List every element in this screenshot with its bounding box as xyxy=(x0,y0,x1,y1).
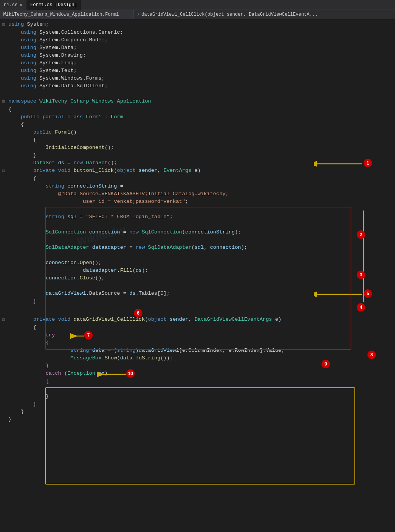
arrow-10 xyxy=(94,372,128,377)
code-text: { xyxy=(7,121,393,129)
nav-path-text: WikiTechy_Csharp_Windows_Application.For… xyxy=(3,12,119,17)
annotation-5: 5 xyxy=(364,289,372,298)
code-text: string sql = "SELECT * FROM login_table"… xyxy=(7,213,393,221)
code-line: SqlConnection connection = new SqlConnec… xyxy=(0,228,395,236)
code-line: } xyxy=(0,362,395,370)
code-line: } xyxy=(0,400,395,408)
annotation-8: 8 xyxy=(367,351,376,359)
code-line: ⊟ private void button1_Click(object send… xyxy=(0,167,395,175)
nav-bar: WikiTechy_Csharp_Windows_Application.For… xyxy=(0,10,395,19)
code-text: } xyxy=(7,297,393,305)
code-text: { xyxy=(7,377,393,385)
code-text: namespace WikiTechy_Csharp_Windows_Appli… xyxy=(7,98,393,105)
code-line xyxy=(0,90,395,98)
code-text: using System; xyxy=(7,21,393,28)
annotation-7: 7 xyxy=(84,331,93,339)
code-text: private void button1_Click(object sender… xyxy=(7,167,393,175)
code-line: } xyxy=(0,297,395,305)
tab-n1cs[interactable]: n1.cs ✕ xyxy=(0,0,26,10)
code-line: { xyxy=(0,121,395,129)
code-text: using System.Data.SqlClient; xyxy=(7,82,393,90)
gutter-collapse4: ⊟ xyxy=(0,316,7,324)
code-line: using System.Text; xyxy=(0,67,395,75)
code-text: using System.Linq; xyxy=(7,59,393,67)
code-text: } xyxy=(7,416,393,423)
code-line: connection.Close(); xyxy=(0,274,395,282)
code-text: { xyxy=(7,175,393,183)
code-text: { xyxy=(7,106,393,113)
tab-label-active: Form1.cs [Design] xyxy=(30,2,77,8)
code-line xyxy=(0,282,395,290)
gutter-space xyxy=(0,59,7,60)
code-line: connection.Open(); xyxy=(0,259,395,267)
code-text: } xyxy=(7,152,393,159)
gutter-space xyxy=(0,36,7,37)
code-line: @"Data Source=VENKAT\KAASHIV;Initial Cat… xyxy=(0,190,395,198)
code-line xyxy=(0,206,395,213)
code-line xyxy=(0,221,395,228)
title-bar: n1.cs ✕ Form1.cs [Design] xyxy=(0,0,395,10)
annotation-6: 6 xyxy=(134,309,142,317)
code-line: } xyxy=(0,393,395,400)
code-line: using System.Data; xyxy=(0,44,395,52)
code-line: using System.Windows.Forms; xyxy=(0,75,395,82)
code-line-msgbox: MessageBox.Show(data.ToString()); 9 xyxy=(0,354,395,362)
code-line: } xyxy=(0,152,395,159)
code-line: ⊟ namespace WikiTechy_Csharp_Windows_App… xyxy=(0,98,395,106)
code-line: string sql = "SELECT * FROM login_table"… xyxy=(0,213,395,221)
code-text: using System.Windows.Forms; xyxy=(7,75,393,82)
code-text: connection.Open(); xyxy=(7,259,393,267)
code-line: user id = venkat;password=venkat"; xyxy=(0,198,395,206)
arrow-5 xyxy=(314,291,364,297)
gutter-collapse2: ⊟ xyxy=(0,98,7,106)
code-line-data: string data = (string)dataGridView1[e.Co… xyxy=(0,347,395,354)
code-line: { xyxy=(0,136,395,144)
code-text: user id = venkat;password=venkat"; xyxy=(7,198,393,206)
nav-method-selector[interactable]: ⚡ dataGridView1_CellClick(object sender,… xyxy=(134,10,395,19)
code-text: private void dataGridView1_CellClick(obj… xyxy=(7,316,393,323)
gutter-collapse: ⊟ xyxy=(0,21,7,29)
code-text: dataadapter.Fill(ds); xyxy=(7,267,393,274)
code-line-catch: catch (Exception ex) 10 xyxy=(0,370,395,377)
nav-method-text: dataGridView1_CellClick(object sender, D… xyxy=(141,12,318,17)
code-line: { xyxy=(0,106,395,113)
code-line: dataadapter.Fill(ds); xyxy=(0,267,395,274)
code-text: try xyxy=(7,331,393,339)
tab-label: n1.cs xyxy=(4,2,18,8)
code-line-datasource: dataGridView1.DataSource = ds.Tables[0];… xyxy=(0,290,395,297)
code-text: catch (Exception ex) xyxy=(7,370,393,377)
code-text: using System.Drawing; xyxy=(7,52,393,59)
code-line: InitializeComponent(); xyxy=(0,144,395,152)
code-text: using System.ComponentModel; xyxy=(7,36,393,44)
code-text: string connectionString = xyxy=(7,183,393,190)
code-text: } xyxy=(7,362,393,370)
arrow-7 xyxy=(67,333,86,339)
code-line: } xyxy=(0,416,395,423)
gutter-space xyxy=(0,75,7,75)
gutter-space xyxy=(0,52,7,52)
gutter-collapse3: ⊟ xyxy=(0,167,7,175)
code-text: @"Data Source=VENKAT\KAASHIV;Initial Cat… xyxy=(7,190,393,198)
code-editor[interactable]: Wikitechy ⊟ using System; using System.C… xyxy=(0,19,395,532)
code-line: SqlDataAdapter dataadapter = new SqlData… xyxy=(0,244,395,251)
tab-close-icon[interactable]: ✕ xyxy=(20,3,22,7)
code-line: using System.Linq; xyxy=(0,59,395,67)
code-text: connection.Close(); xyxy=(7,274,393,282)
annotation-1: 1 xyxy=(364,159,372,167)
code-line: { xyxy=(0,175,395,183)
code-text: public partial class Form1 : Form xyxy=(7,113,393,121)
arrow-1 xyxy=(314,161,364,167)
gutter-space xyxy=(0,82,7,83)
code-text: using System.Collections.Generic; xyxy=(7,29,393,36)
code-text: public Form1() xyxy=(7,129,393,136)
code-text: MessageBox.Show(data.ToString()); xyxy=(7,354,393,362)
code-line-dataset: DataSet ds = new DataSet(); 1 xyxy=(0,159,395,167)
code-line xyxy=(0,385,395,393)
annotation-9: 9 xyxy=(322,360,330,368)
code-line: using System.Data.SqlClient; xyxy=(0,82,395,90)
code-text: { xyxy=(7,136,393,144)
tab-form1design[interactable]: Form1.cs [Design] xyxy=(26,0,81,10)
code-line xyxy=(0,236,395,244)
code-text: } xyxy=(7,400,393,408)
code-line xyxy=(0,305,395,313)
